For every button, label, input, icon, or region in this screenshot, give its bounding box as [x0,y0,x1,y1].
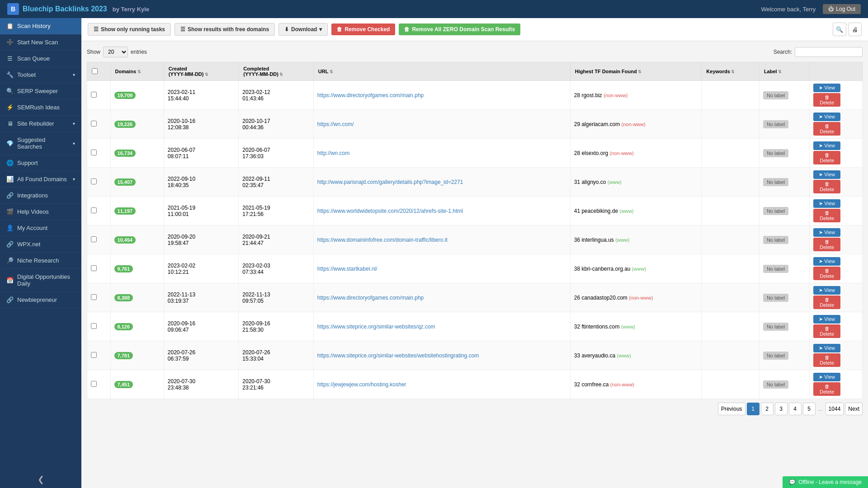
row-checkbox[interactable] [91,265,97,271]
col-domains[interactable]: Domains [110,62,164,81]
logout-button[interactable]: ⏻ Log Out [823,4,861,14]
sidebar-item-support[interactable]: 🌐 Support [0,155,81,171]
col-label[interactable]: Label [759,62,809,81]
next-page-button[interactable]: Next [845,403,863,415]
label-button[interactable]: No label [763,265,788,273]
view-button[interactable]: ➤ View [813,199,840,208]
view-button[interactable]: ➤ View [813,315,840,324]
label-button[interactable]: No label [763,352,788,360]
delete-button[interactable]: 🗑 Delete [813,267,840,280]
label-button[interactable]: No label [763,149,788,157]
delete-button[interactable]: 🗑 Delete [813,238,840,251]
row-checkbox[interactable] [91,381,97,387]
row-checkbox[interactable] [91,323,97,329]
select-all-checkbox[interactable] [92,68,98,74]
row-checkbox[interactable] [91,352,97,358]
page-button-4[interactable]: 4 [789,403,802,415]
sidebar-item-help-videos[interactable]: 🎬 Help Videos [0,204,81,220]
view-button[interactable]: ➤ View [813,373,840,381]
label-button[interactable]: No label [763,380,788,389]
sidebar-item-niche-research[interactable]: 🔎 Niche Research [0,253,81,269]
label-button[interactable]: No label [763,178,788,186]
label-button[interactable]: No label [763,207,788,215]
view-button[interactable]: ➤ View [813,344,840,352]
page-button-1044[interactable]: 1044 [826,403,844,415]
row-checkbox[interactable] [91,178,97,184]
label-button[interactable]: No label [763,91,788,99]
view-button[interactable]: ➤ View [813,84,840,92]
sidebar-collapse-button[interactable]: ❮ [0,471,81,488]
view-button[interactable]: ➤ View [813,257,840,266]
label-button[interactable]: No label [763,236,788,244]
search-input[interactable] [795,47,863,57]
col-completed[interactable]: Completed(YYYY-MM-DD) [239,62,314,81]
page-button-1[interactable]: 1 [747,403,760,415]
sidebar-item-all-found-domains[interactable]: 📊 All Found Domains ▾ [0,171,81,188]
delete-button[interactable]: 🗑 Delete [813,93,840,107]
sidebar-item-site-rebuilder[interactable]: 🖥 Site Rebuilder ▾ [0,116,81,132]
sidebar-item-digital-opportunities[interactable]: 📅 Digital Opportunities Daily [0,269,81,292]
sidebar-item-scan-queue[interactable]: ☰ Scan Queue [0,51,81,67]
show-free-domains-button[interactable]: ☰ Show results with free domains [175,23,275,36]
url-link[interactable]: https://www.directoryofgames.com/main.ph… [317,295,424,301]
sidebar-item-serp-sweeper[interactable]: 🔍 SERP Sweeper [0,83,81,99]
sidebar-item-wpx-net[interactable]: 🔗 WPX.net [0,236,81,253]
sidebar-item-integrations[interactable]: 🔗 Integrations [0,188,81,204]
row-checkbox[interactable] [91,236,97,242]
sidebar-item-suggested-searches[interactable]: 💎 Suggested Searches ▾ [0,132,81,155]
view-button[interactable]: ➤ View [813,141,840,150]
page-button-5[interactable]: 5 [803,403,816,415]
download-button[interactable]: ⬇ Download ▾ [278,23,328,36]
delete-button[interactable]: 🗑 Delete [813,324,840,338]
delete-button[interactable]: 🗑 Delete [813,151,840,164]
col-created[interactable]: Created(YYYY-MM-DD) [164,62,239,81]
label-button[interactable]: No label [763,294,788,302]
print-icon-btn[interactable]: 🖨 [848,23,862,36]
delete-button[interactable]: 🗑 Delete [813,180,840,193]
sidebar-item-toolset[interactable]: 🔧 Toolset ▾ [0,67,81,83]
url-link[interactable]: https://wn.com/ [317,121,354,127]
label-button[interactable]: No label [763,120,788,128]
row-checkbox[interactable] [91,207,97,213]
url-link[interactable]: https://www.worldwidetopsite.com/2020/12… [317,208,463,214]
search-icon-btn[interactable]: 🔍 [833,23,846,36]
view-button[interactable]: ➤ View [813,286,840,295]
row-checkbox[interactable] [91,121,97,127]
row-checkbox[interactable] [91,150,97,155]
url-link[interactable]: https://jewjewjew.com/hosting.kosher [317,381,406,388]
sidebar-item-newbiepreneur[interactable]: 🔗 Newbiepreneur [0,292,81,308]
delete-button[interactable]: 🗑 Delete [813,209,840,222]
url-link[interactable]: https://www.startkabel.nl/ [317,266,377,272]
delete-button[interactable]: 🗑 Delete [813,122,840,136]
url-link[interactable]: http://wn.com [317,150,349,156]
col-keywords[interactable]: Keywords [702,62,760,81]
url-link[interactable]: https://www.directoryofgames.com/main.ph… [317,92,424,99]
url-link[interactable]: http://www.parisnajd.com/gallery/details… [317,179,463,185]
sidebar-item-semrush-ideas[interactable]: ⚡ SEMRush Ideas [0,99,81,116]
col-url[interactable]: URL [313,62,570,81]
sidebar-item-start-new-scan[interactable]: ➕ Start New Scan [0,34,81,51]
prev-page-button[interactable]: Previous [718,403,745,415]
chat-widget[interactable]: 💬 Offline - Leave a message [783,476,868,488]
url-link[interactable]: https://www.siteprice.org/similar-websit… [317,352,479,359]
entries-select[interactable]: 10 20 50 100 [103,47,128,57]
col-highest-tf[interactable]: Highest TF Domain Found [570,62,702,81]
view-button[interactable]: ➤ View [813,228,840,237]
show-running-button[interactable]: ☰ Show only running tasks [88,23,171,36]
page-button-3[interactable]: 3 [775,403,788,415]
remove-checked-button[interactable]: 🗑 Remove Checked [331,23,395,35]
sidebar-item-my-account[interactable]: 👤 My Account [0,220,81,236]
view-button[interactable]: ➤ View [813,113,840,121]
url-link[interactable]: https://www.domaininfofree.com/domain-tr… [317,237,448,243]
row-checkbox[interactable] [91,92,97,98]
page-button-2[interactable]: 2 [761,403,774,415]
sidebar-item-scan-history[interactable]: 📋 Scan History [0,18,81,34]
view-button[interactable]: ➤ View [813,170,840,179]
row-checkbox[interactable] [91,294,97,300]
delete-button[interactable]: 🗑 Delete [813,382,840,396]
delete-button[interactable]: 🗑 Delete [813,296,840,309]
url-link[interactable]: https://www.siteprice.org/similar-websit… [317,324,435,330]
label-button[interactable]: No label [763,323,788,331]
delete-button[interactable]: 🗑 Delete [813,353,840,367]
remove-all-zero-button[interactable]: 🗑 Remove All ZERO Domain Scan Results [399,23,520,35]
